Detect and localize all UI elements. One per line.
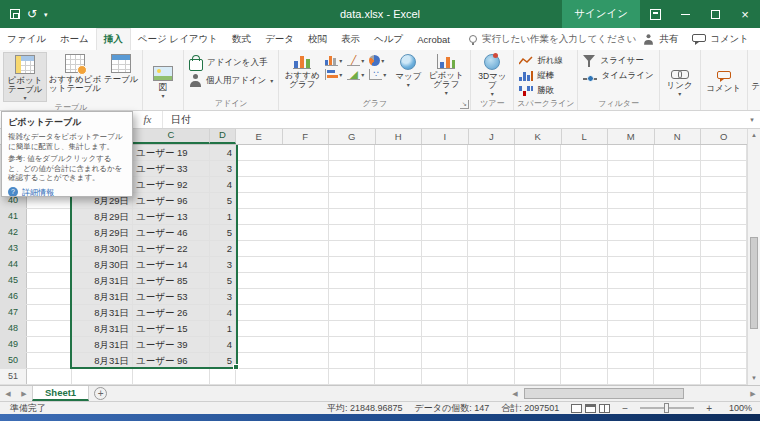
column-sparkline-button[interactable]: 縦棒	[517, 69, 565, 83]
cell[interactable]	[27, 321, 72, 336]
zoom-slider-thumb[interactable]	[664, 403, 669, 413]
timeline-button[interactable]: タイムライン	[581, 69, 655, 83]
recommended-pivottables-button[interactable]: おすすめピボットテーブル	[48, 52, 102, 102]
cell-user[interactable]: ユーザー 53	[133, 289, 210, 304]
cell-user[interactable]: ユーザー 46	[133, 225, 210, 240]
zoom-percentage[interactable]: 100%	[724, 403, 752, 413]
tell-me-more-link[interactable]: 詳細情報	[22, 187, 54, 198]
column-header-i[interactable]: I	[422, 129, 469, 144]
pivotchart-button[interactable]: ピボットグラフ ▾	[425, 52, 467, 98]
cell-value[interactable]: 4	[210, 177, 236, 192]
cell-value[interactable]: 4	[210, 145, 236, 160]
cell[interactable]	[27, 209, 72, 224]
cell[interactable]	[27, 289, 72, 304]
row-header[interactable]: 48	[0, 321, 27, 336]
vertical-scroll-thumb[interactable]	[750, 237, 758, 329]
tab-acrobat[interactable]: Acrobat	[410, 28, 457, 50]
cell-value[interactable]: 5	[210, 273, 236, 288]
ribbon-display-options-button[interactable]	[640, 0, 670, 28]
fx-button[interactable]: fx	[133, 111, 163, 128]
row-header[interactable]: 47	[0, 305, 27, 320]
cell[interactable]	[27, 305, 72, 320]
cell-user[interactable]: ユーザー 96	[133, 193, 210, 208]
cell-value[interactable]: 3	[210, 257, 236, 272]
tab-review[interactable]: 校閲	[301, 28, 334, 50]
cell-user[interactable]: ユーザー 13	[133, 209, 210, 224]
cell-value[interactable]: 4	[210, 337, 236, 352]
cell-user[interactable]: ユーザー 14	[133, 257, 210, 272]
tab-insert[interactable]: 挿入	[96, 28, 131, 50]
cell-date[interactable]: 8月29日	[72, 209, 133, 224]
cell[interactable]	[27, 257, 72, 272]
column-header-g[interactable]: G	[329, 129, 376, 144]
cell-user[interactable]: ユーザー 33	[133, 161, 210, 176]
save-icon[interactable]	[10, 9, 20, 19]
hscroll-track[interactable]	[522, 386, 746, 401]
tab-formulas[interactable]: 数式	[225, 28, 258, 50]
page-layout-view-button[interactable]	[585, 404, 596, 413]
tab-data[interactable]: データ	[258, 28, 301, 50]
cell[interactable]	[27, 273, 72, 288]
insert-pie-chart-button[interactable]: ▾	[369, 55, 389, 66]
cell-value[interactable]: 1	[210, 321, 236, 336]
cell-user[interactable]: ユーザー 15	[133, 321, 210, 336]
cell-value[interactable]: 3	[210, 289, 236, 304]
cell-value[interactable]: 2	[210, 241, 236, 256]
scroll-up-icon[interactable]: ▲	[748, 129, 760, 142]
normal-view-button[interactable]	[571, 404, 582, 413]
horizontal-scroll-thumb[interactable]	[524, 388, 684, 399]
tab-home[interactable]: ホーム	[53, 28, 96, 50]
cell-date[interactable]: 8月31日	[72, 353, 133, 368]
pivottable-button[interactable]: ピボットテーブル ▾	[3, 52, 47, 102]
cell-value[interactable]: 3	[210, 161, 236, 176]
comment-button[interactable]: コメント	[704, 69, 744, 93]
new-sheet-button[interactable]: +	[94, 387, 107, 400]
text-button[interactable]: A テキスト ▾	[751, 64, 760, 98]
close-button[interactable]: ×	[730, 0, 760, 28]
column-header-n[interactable]: N	[655, 129, 702, 144]
vertical-scrollbar[interactable]: ▲ ▼	[747, 129, 760, 385]
table-button[interactable]: テーブル	[103, 52, 139, 102]
link-button[interactable]: リンク ▾	[663, 66, 697, 97]
cell-date[interactable]	[72, 369, 133, 384]
sign-in-button[interactable]: サインイン	[562, 0, 640, 28]
row-header[interactable]: 41	[0, 209, 27, 224]
cell-date[interactable]: 8月31日	[72, 305, 133, 320]
maps-button[interactable]: マップ ▾	[392, 52, 424, 98]
column-header-j[interactable]: J	[469, 129, 516, 144]
row-header[interactable]: 51	[0, 369, 27, 384]
cell-value[interactable]	[210, 369, 236, 384]
cell-value[interactable]: 1	[210, 209, 236, 224]
zoom-out-button[interactable]: −	[622, 403, 628, 414]
dialog-launcher-icon[interactable]: ↘	[460, 100, 469, 109]
column-header-e[interactable]: E	[236, 129, 283, 144]
tell-me-box[interactable]: 実行したい作業を入力してください	[469, 28, 636, 50]
cell-date[interactable]: 8月31日	[72, 337, 133, 352]
cell[interactable]	[27, 369, 72, 384]
cell-user[interactable]: ユーザー 96	[133, 353, 210, 368]
3d-map-button[interactable]: 3Dマップ ▾	[474, 52, 510, 98]
cell-user[interactable]: ユーザー 22	[133, 241, 210, 256]
cell-user[interactable]: ユーザー 39	[133, 337, 210, 352]
zoom-slider[interactable]	[640, 407, 694, 409]
cell[interactable]	[27, 225, 72, 240]
insert-column-chart-button[interactable]: ▾	[325, 55, 345, 66]
row-header[interactable]: 50	[0, 353, 27, 368]
minimize-button[interactable]	[670, 0, 700, 28]
fill-handle[interactable]	[233, 364, 239, 370]
row-header[interactable]: 43	[0, 241, 27, 256]
page-break-view-button[interactable]	[599, 404, 610, 413]
column-header-c[interactable]: C	[133, 129, 210, 144]
share-button[interactable]: 共有	[636, 33, 684, 46]
slicer-button[interactable]: スライサー	[581, 54, 655, 68]
cell-user[interactable]	[133, 369, 210, 384]
cell-user[interactable]: ユーザー 19	[133, 145, 210, 160]
column-header-h[interactable]: H	[376, 129, 423, 144]
my-add-ins-button[interactable]: 個人用アドイン ▾	[187, 73, 275, 88]
cell-user[interactable]: ユーザー 92	[133, 177, 210, 192]
insert-bar-chart-button[interactable]: ▾	[325, 69, 345, 80]
tab-view[interactable]: 表示	[334, 28, 367, 50]
row-header[interactable]: 42	[0, 225, 27, 240]
row-header[interactable]: 49	[0, 337, 27, 352]
cell-date[interactable]: 8月30日	[72, 257, 133, 272]
